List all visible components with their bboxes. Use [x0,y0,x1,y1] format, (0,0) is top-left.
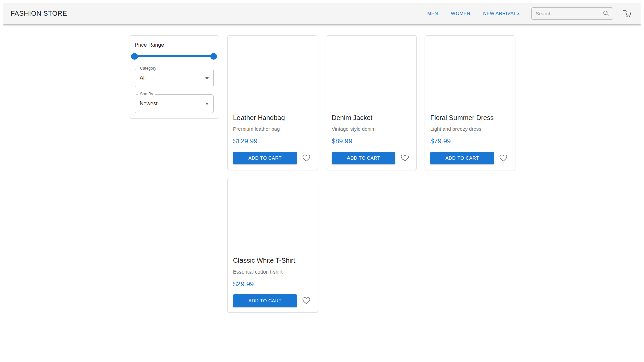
sort-by-select[interactable]: Sort By Newest [135,94,214,113]
product-card-actions: ADD TO CART [233,294,312,307]
add-to-cart-button[interactable]: ADD TO CART [233,294,297,307]
product-description: Premium leather bag [233,126,312,132]
favorite-button[interactable] [497,152,509,164]
product-card: Floral Summer Dress Light and breezy dre… [425,35,515,170]
product-name: Denim Jacket [332,114,411,122]
product-name: Classic White T-Shirt [233,257,312,264]
product-card-actions: ADD TO CART [430,152,509,164]
product-image [228,178,318,249]
product-price: $129.99 [233,137,312,145]
product-card-content: Leather Handbag Premium leather bag $129… [228,107,318,170]
chevron-down-icon [205,103,209,105]
product-card-content: Denim Jacket Vintage style denim $89.99 … [326,107,416,170]
product-name: Leather Handbag [233,114,312,122]
product-card: Classic White T-Shirt Essential cotton t… [227,178,318,313]
nav-men[interactable]: MEN [425,9,441,18]
page-content: Price Range Category All Sort By Newest … [129,24,515,313]
product-price: $79.99 [430,137,509,145]
price-range-label: Price Range [135,42,214,48]
slider-thumb-min[interactable] [131,53,138,60]
price-range-slider[interactable] [135,53,214,60]
product-card: Denim Jacket Vintage style denim $89.99 … [326,35,417,170]
product-price: $89.99 [332,137,411,145]
nav-new-arrivals[interactable]: NEW ARRIVALS [480,9,522,18]
favorite-button[interactable] [300,295,312,306]
heart-outline-icon [401,154,409,162]
cart-button[interactable] [621,7,633,19]
sort-by-select-label: Sort By [138,92,155,96]
product-image [326,36,416,107]
add-to-cart-button[interactable]: ADD TO CART [233,152,297,164]
favorite-button[interactable] [399,152,411,164]
slider-track [135,55,214,57]
main-nav: MEN WOMEN NEW ARRIVALS [422,9,525,18]
favorite-button[interactable] [300,152,312,164]
search-box [531,7,613,20]
product-card-content: Classic White T-Shirt Essential cotton t… [228,249,318,312]
category-select[interactable]: Category All [135,69,214,87]
category-select-label: Category [138,66,158,71]
category-select-value: All [140,75,146,81]
filters-panel: Price Range Category All Sort By Newest [129,35,219,119]
store-title: FASHION STORE [11,10,422,17]
product-image [228,36,318,107]
product-card-actions: ADD TO CART [332,152,411,164]
chevron-down-icon [205,77,209,79]
search-icon [603,10,609,17]
product-card-content: Floral Summer Dress Light and breezy dre… [425,107,515,170]
heart-outline-icon [302,297,310,304]
search-input[interactable] [535,10,603,17]
heart-outline-icon [302,154,310,162]
product-card: Leather Handbag Premium leather bag $129… [227,35,318,170]
shopping-cart-icon [622,9,632,18]
app-header: FASHION STORE MEN WOMEN NEW ARRIVALS [3,3,641,24]
add-to-cart-button[interactable]: ADD TO CART [430,152,494,164]
product-image [425,36,515,107]
product-grid: Leather Handbag Premium leather bag $129… [227,35,515,313]
sort-by-select-value: Newest [140,101,157,107]
product-name: Floral Summer Dress [430,114,509,122]
product-price: $29.99 [233,280,312,288]
slider-thumb-max[interactable] [210,53,217,60]
product-description: Vintage style denim [332,126,411,132]
add-to-cart-button[interactable]: ADD TO CART [332,152,395,164]
heart-outline-icon [499,154,507,162]
product-description: Light and breezy dress [430,126,509,132]
product-description: Essential cotton t-shirt [233,269,312,275]
product-card-actions: ADD TO CART [233,152,312,164]
nav-women[interactable]: WOMEN [448,9,473,18]
